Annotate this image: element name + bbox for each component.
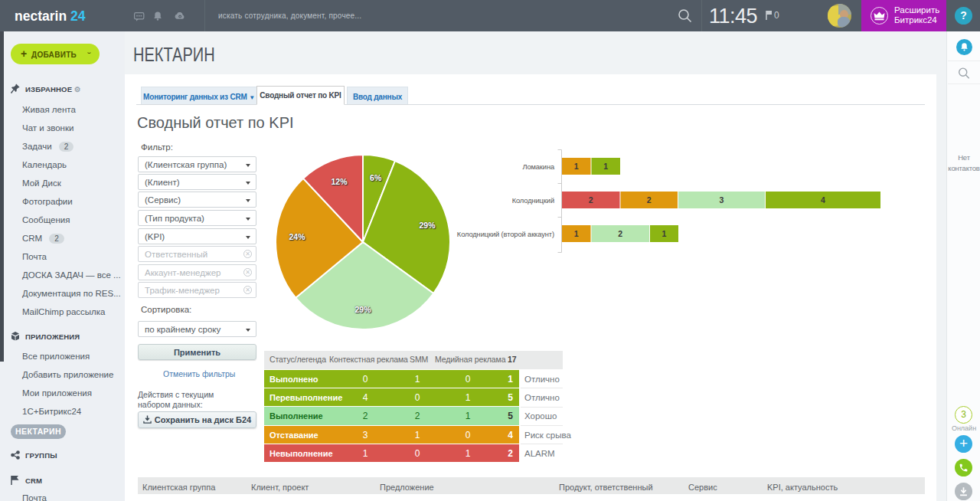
svg-text:1: 1 [603, 162, 608, 171]
svg-text:24%: 24% [289, 232, 305, 241]
svg-text:12%: 12% [331, 177, 348, 186]
svg-text:2: 2 [647, 195, 652, 205]
svg-text:Ломакина: Ломакина [522, 163, 555, 171]
svg-text:29%: 29% [419, 221, 436, 230]
svg-text:1: 1 [574, 229, 579, 238]
svg-text:2: 2 [618, 229, 622, 238]
svg-text:Колодницкий: Колодницкий [512, 197, 554, 205]
svg-text:29%: 29% [354, 305, 371, 314]
svg-text:1: 1 [574, 162, 579, 171]
svg-text:4: 4 [821, 195, 825, 205]
svg-text:6%: 6% [370, 173, 382, 182]
svg-text:Колодницкий (второй аккаунт): Колодницкий (второй аккаунт) [457, 231, 554, 238]
svg-text:2: 2 [589, 195, 593, 205]
svg-text:1: 1 [662, 229, 667, 238]
svg-text:3: 3 [720, 195, 724, 205]
